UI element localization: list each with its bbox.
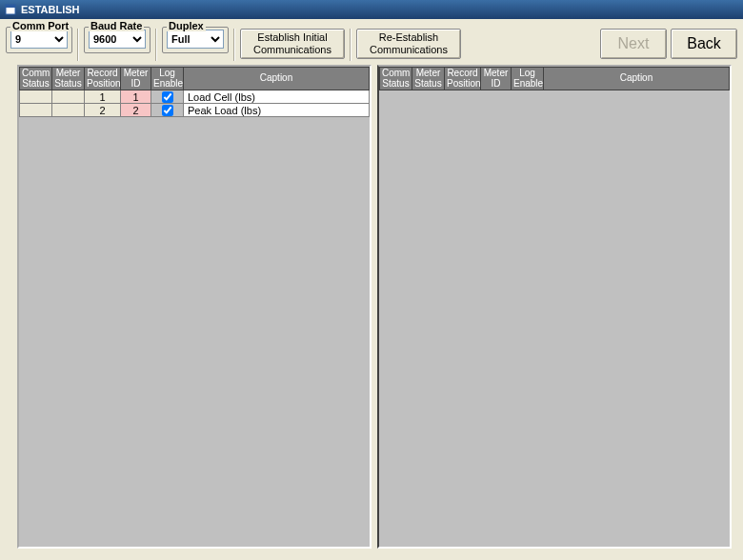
cell-meter-id[interactable]: 1 <box>121 90 151 104</box>
col-meter-status: MeterStatus <box>412 68 445 90</box>
col-caption: Caption <box>544 68 730 90</box>
left-grid: CommStatus MeterStatus RecordPosition Me… <box>19 67 370 117</box>
separator <box>77 29 79 61</box>
separator <box>350 29 351 61</box>
separator <box>233 29 235 61</box>
reestablish-button-line1: Re-Establish <box>379 31 438 43</box>
establish-button-line2: Communications <box>253 44 331 55</box>
left-panel: CommStatus MeterStatus RecordPosition Me… <box>17 65 372 549</box>
log-enable-checkbox[interactable] <box>162 105 173 116</box>
col-log-enable: LogEnable <box>151 68 184 90</box>
panels: CommStatus MeterStatus RecordPosition Me… <box>17 65 732 549</box>
cell-caption[interactable]: Load Cell (lbs) <box>184 90 370 104</box>
grid-header-row: CommStatus MeterStatus RecordPosition Me… <box>20 68 370 90</box>
cell-log-enable[interactable] <box>151 104 184 117</box>
table-row[interactable]: 22Peak Load (lbs) <box>20 104 370 117</box>
cell-meter-status[interactable] <box>52 104 85 117</box>
col-caption: Caption <box>184 68 370 90</box>
right-panel: CommStatus MeterStatus RecordPosition Me… <box>377 65 732 549</box>
col-comm-status: CommStatus <box>20 68 52 90</box>
cell-comm-status[interactable] <box>20 90 52 104</box>
app-icon <box>4 3 17 16</box>
toolbar: Comm Port 9 Baud Rate 9600 Duplex Full E… <box>0 19 743 63</box>
col-meter-id: MeterID <box>481 68 512 90</box>
col-comm-status: CommStatus <box>380 68 412 90</box>
cell-meter-id[interactable]: 2 <box>121 104 151 117</box>
duplex-select[interactable]: Full <box>167 30 224 49</box>
baud-rate-group: Baud Rate 9600 <box>84 27 151 53</box>
comm-port-group: Comm Port 9 <box>6 27 72 53</box>
duplex-label: Duplex <box>167 20 206 31</box>
log-enable-checkbox[interactable] <box>162 91 173 103</box>
comm-port-select[interactable]: 9 <box>10 30 68 49</box>
grid-header-row: CommStatus MeterStatus RecordPosition Me… <box>380 68 730 90</box>
reestablish-button-line2: Communications <box>370 44 448 55</box>
col-log-enable: LogEnable <box>512 68 544 90</box>
window-title: ESTABLISH <box>21 4 80 15</box>
establish-button-line1: Establish Initial <box>257 31 327 43</box>
duplex-group: Duplex Full <box>162 27 229 53</box>
cell-caption[interactable]: Peak Load (lbs) <box>184 104 370 117</box>
right-grid: CommStatus MeterStatus RecordPosition Me… <box>379 67 730 90</box>
establish-button[interactable]: Establish Initial Communications <box>240 29 345 59</box>
back-button[interactable]: Back <box>671 29 737 59</box>
comm-port-label: Comm Port <box>10 20 70 31</box>
reestablish-button[interactable]: Re-Establish Communications <box>356 29 461 59</box>
baud-rate-select[interactable]: 9600 <box>89 30 146 49</box>
cell-comm-status[interactable] <box>20 104 52 117</box>
col-record-pos: RecordPosition <box>85 68 121 90</box>
baud-rate-label: Baud Rate <box>89 20 144 31</box>
cell-record-pos[interactable]: 1 <box>85 90 121 104</box>
col-meter-id: MeterID <box>121 68 151 90</box>
svg-rect-1 <box>6 5 15 8</box>
next-button: Next <box>600 29 667 59</box>
col-meter-status: MeterStatus <box>52 68 85 90</box>
table-row[interactable]: 11Load Cell (lbs) <box>20 90 370 104</box>
titlebar: ESTABLISH <box>0 0 743 19</box>
cell-record-pos[interactable]: 2 <box>85 104 121 117</box>
separator <box>155 29 157 61</box>
cell-meter-status[interactable] <box>52 90 85 104</box>
col-record-pos: RecordPosition <box>445 68 481 90</box>
cell-log-enable[interactable] <box>151 90 184 104</box>
